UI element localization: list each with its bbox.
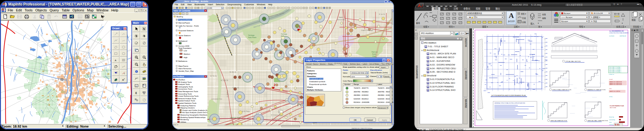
- svg-text:?: ?: [124, 73, 125, 75]
- svg-text:SECTIONS: SECTIONS: [610, 107, 616, 108]
- svg-text:drawn by: drawn by: [609, 116, 614, 118]
- svg-text:3-07/2023: 3-07/2023: [609, 36, 614, 37]
- svg-text:J+L ENGINEERING INC: J+L ENGINEERING INC: [609, 30, 624, 32]
- svg-text:W 4th St: W 4th St: [230, 71, 236, 73]
- svg-text:clear: clear: [609, 88, 612, 89]
- svg-text:A: A: [114, 59, 116, 62]
- svg-text:working on: working on: [609, 124, 615, 125]
- svg-text:创建: 创建: [542, 13, 546, 16]
- svg-text:W 10th St: W 10th St: [221, 79, 228, 81]
- svg-text:表格: 表格: [522, 21, 526, 23]
- svg-text:Nash: Nash: [339, 16, 343, 18]
- svg-text:W El Paso: W El Paso: [242, 110, 250, 112]
- svg-text:180: 180: [286, 100, 288, 101]
- svg-text:Fo: Fo: [297, 102, 303, 107]
- svg-text:S902 STAIR TYP DETAIL 4: S902 STAIR TYP DETAIL 4: [609, 71, 621, 73]
- svg-text:FLOOR FRAMING PLAN: FLOOR FRAMING PLAN: [610, 105, 624, 107]
- svg-text:Elementary: Elementary: [337, 19, 346, 20]
- svg-text:BEARING PL STAIR SECTION: BEARING PL STAIR SECTION: [588, 89, 605, 91]
- svg-text:E 1st St: E 1st St: [379, 13, 385, 15]
- svg-text:Field: Field: [372, 53, 376, 55]
- svg-text:直线: 直线: [416, 22, 420, 24]
- svg-text:引线: 引线: [522, 17, 526, 19]
- svg-text:线性 ▾: 线性 ▾: [521, 13, 526, 15]
- svg-text:TIFF: TIFF: [251, 41, 254, 43]
- svg-text:Heritage: Heritage: [248, 34, 255, 36]
- svg-text:12: 12: [135, 85, 137, 87]
- svg-text:?: ?: [116, 71, 117, 73]
- svg-text:30: 30: [279, 111, 280, 113]
- svg-text:SAMMTOGS 2 结构 RE: SAMMTOGS 2 结构 RE: [609, 91, 621, 92]
- svg-text:VERTICAL WALL STAIR SECTION: VERTICAL WALL STAIR SECTION: [588, 120, 608, 121]
- svg-text:W 7th St: W 7th St: [210, 75, 217, 77]
- svg-text:mng: mng: [609, 122, 611, 123]
- svg-text:Park: Park: [372, 55, 376, 57]
- svg-text:W Vickery Blvd: W Vickery Blvd: [271, 114, 282, 116]
- svg-text:Harrold Park: Harrold Park: [230, 117, 241, 119]
- svg-text:L: L: [135, 78, 136, 79]
- svg-text:GENERAL STRUCTURAL NOTES & SPE: GENERAL STRUCTURAL NOTES & SPECIFICATION…: [494, 102, 525, 104]
- svg-text:Park: Park: [281, 35, 285, 37]
- svg-text:1: 1: [299, 25, 301, 29]
- svg-text:checked by: checked by: [609, 119, 615, 120]
- svg-text:Park Plaza: Park Plaza: [248, 36, 257, 38]
- svg-text:?: ?: [124, 78, 125, 80]
- svg-text:S-01: S-01: [615, 123, 620, 126]
- svg-text:S902 STAIR TYP DETAIL 2: S902 STAIR TYP DETAIL 2: [609, 68, 621, 70]
- svg-text:W Jarvis St: W Jarvis St: [272, 118, 280, 120]
- svg-text:Harmon: Harmon: [372, 51, 378, 53]
- svg-text:▾: ▾: [622, 22, 623, 24]
- svg-text:SAMMTOGS 2 结构 ISSUE: SAMMTOGS 2 结构 ISSUE: [609, 84, 622, 85]
- svg-text:survey: survey: [609, 96, 613, 97]
- svg-text:CONSULTING STRUCTURAL ENGINEER: CONSULTING STRUCTURAL ENGINEERS: [609, 32, 629, 34]
- svg-text:S902 STAIR TYP DETAIL 1: S902 STAIR TYP DETAIL 1: [609, 67, 621, 68]
- svg-text:编辑: 编辑: [542, 17, 546, 19]
- svg-text:?: ?: [116, 78, 117, 80]
- svg-text:2: 2: [274, 83, 276, 87]
- svg-text:DRIFTED BY: DRIFTED BY: [620, 36, 626, 37]
- svg-text:粘贴: 粘贴: [632, 19, 636, 21]
- svg-text:Σ: Σ: [135, 91, 137, 95]
- svg-text:?: ?: [103, 15, 105, 18]
- svg-text:Criard P Railroad: Criard P Railroad: [361, 29, 373, 31]
- svg-text:issued: issued: [609, 79, 613, 80]
- svg-text:▾: ▾: [538, 22, 539, 24]
- svg-text:S902 STAIR TYP DETAIL 3: S902 STAIR TYP DETAIL 3: [609, 70, 621, 71]
- svg-text:Lancaster Ave: Lancaster Ave: [211, 98, 222, 100]
- svg-text:Fourier St: Fourier St: [226, 91, 228, 98]
- svg-text:SAMMTOGS 2 结构 ISSUE: SAMMTOGS 2 结构 ISSUE: [609, 81, 622, 82]
- svg-text:re draw rev: re draw rev: [609, 74, 614, 75]
- svg-text:TYPICAL WALL SECTION: TYPICAL WALL SECTION: [565, 61, 580, 62]
- svg-text:?: ?: [136, 63, 137, 65]
- svg-text:STRUCTURAL STAIR SECTION: STRUCTURAL STAIR SECTION: [552, 89, 571, 91]
- svg-text:i: i: [136, 70, 137, 73]
- svg-text:插入: 插入: [530, 22, 535, 25]
- svg-text:Texas St: Texas St: [232, 87, 239, 89]
- svg-text:VERTICAL STAIR SECTION: VERTICAL STAIR SECTION: [551, 120, 567, 121]
- svg-text:Heritage: Heritage: [281, 33, 287, 35]
- svg-text:1/4" FOUNDATION AND FLOOR FRAM: 1/4" FOUNDATION AND FLOOR FRAMING PLAN: [491, 95, 526, 96]
